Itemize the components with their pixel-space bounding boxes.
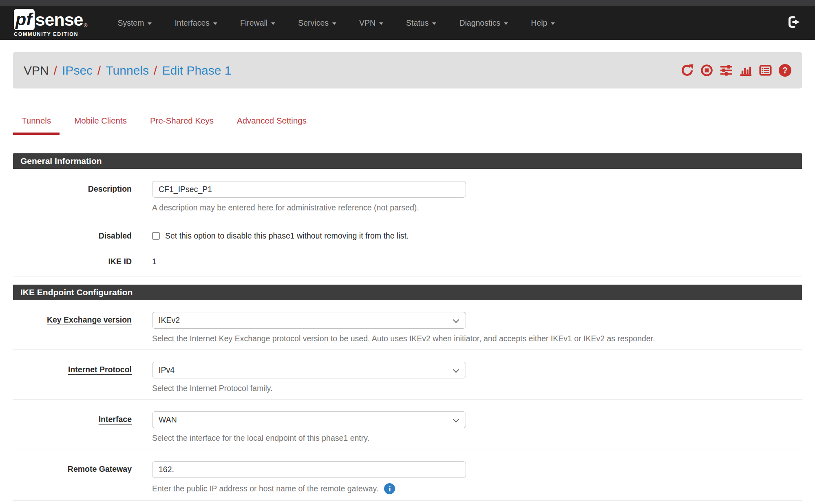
section-ike-endpoint-configuration: IKE Endpoint Configuration Key Exchange …: [13, 285, 802, 501]
sign-out-icon: [788, 16, 801, 30]
breadcrumb-edit-phase1-link[interactable]: Edit Phase 1: [162, 64, 231, 77]
interface-select[interactable]: WAN: [152, 411, 466, 428]
nav-item-vpn[interactable]: VPN: [348, 18, 395, 28]
breadcrumb: VPN / IPsec / Tunnels / Edit Phase 1: [24, 64, 232, 77]
nav-menu: System Interfaces Firewall Services VPN …: [106, 18, 788, 28]
internet-protocol-help: Select the Internet Protocol family.: [152, 384, 802, 393]
chevron-down-icon: [332, 22, 336, 25]
key-exchange-version-select[interactable]: IKEv2: [152, 312, 466, 329]
disabled-label: Disabled: [13, 231, 152, 241]
tab-bar: Tunnels Mobile Clients Pre-Shared Keys A…: [13, 110, 802, 135]
breadcrumb-separator: /: [54, 64, 57, 77]
pfsense-logo-pf: pf: [14, 9, 35, 30]
remote-gateway-input[interactable]: [152, 461, 466, 478]
refresh-icon[interactable]: [681, 64, 694, 77]
interface-value: WAN: [159, 415, 177, 424]
nav-item-firewall[interactable]: Firewall: [229, 18, 287, 28]
internet-protocol-select[interactable]: IPv4: [152, 362, 466, 378]
nav-item-help[interactable]: Help: [519, 18, 566, 28]
row-interface: Interface WAN Select the interface for t…: [13, 400, 802, 449]
sliders-icon[interactable]: [720, 64, 733, 77]
chevron-down-icon: [148, 22, 152, 25]
row-key-exchange-version: Key Exchange version IKEv2 Select the In…: [13, 300, 802, 350]
description-help: A description may be entered here for ad…: [152, 203, 802, 212]
interface-label: Interface: [99, 415, 132, 424]
breadcrumb-separator: /: [97, 64, 101, 77]
nav-item-services[interactable]: Services: [287, 18, 348, 28]
main-content: General Information Description A descri…: [13, 153, 802, 501]
row-internet-protocol: Internet Protocol IPv4 Select the Intern…: [13, 350, 802, 400]
description-label: Description: [13, 181, 152, 212]
tab-pre-shared-keys[interactable]: Pre-Shared Keys: [141, 110, 222, 135]
ike-id-value: 1: [152, 257, 157, 266]
key-exchange-version-label: Key Exchange version: [47, 315, 132, 324]
tab-advanced-settings[interactable]: Advanced Settings: [228, 110, 315, 135]
disabled-checkbox[interactable]: [152, 232, 160, 240]
breadcrumb-ipsec-link[interactable]: IPsec: [62, 64, 93, 77]
chevron-down-icon: [379, 22, 383, 25]
pfsense-logo-subtitle: COMMUNITY EDITION: [14, 31, 87, 37]
section-general-information: General Information Description A descri…: [13, 153, 802, 276]
row-ike-id: IKE ID 1: [13, 247, 802, 276]
nav-item-diagnostics[interactable]: Diagnostics: [448, 18, 519, 28]
window-top-strip: [0, 0, 815, 6]
description-input[interactable]: [152, 181, 466, 198]
chevron-down-icon: [432, 22, 436, 25]
chevron-down-icon: [271, 22, 275, 25]
pfsense-logo[interactable]: pf sense ® COMMUNITY EDITION: [14, 9, 87, 37]
breadcrumb-tunnels-link[interactable]: Tunnels: [106, 64, 149, 77]
ike-id-label: IKE ID: [13, 257, 152, 266]
breadcrumb-bar: VPN / IPsec / Tunnels / Edit Phase 1: [13, 52, 802, 88]
interface-help: Select the interface for the local endpo…: [152, 433, 802, 443]
bar-chart-icon[interactable]: [740, 64, 752, 77]
chevron-down-icon: [213, 22, 217, 25]
internet-protocol-value: IPv4: [159, 365, 174, 375]
chevron-down-icon: [551, 22, 555, 25]
chevron-down-icon: [453, 416, 459, 423]
chevron-down-icon: [504, 22, 508, 25]
chevron-down-icon: [453, 367, 459, 373]
key-exchange-version-value: IKEv2: [159, 316, 180, 325]
stop-icon[interactable]: [700, 64, 713, 77]
disabled-checkbox-text: Set this option to disable this phase1 w…: [165, 231, 409, 241]
tab-tunnels[interactable]: Tunnels: [13, 110, 60, 135]
remote-gateway-label: Remote Gateway: [68, 464, 132, 473]
row-remote-gateway: Remote Gateway Enter the public IP addre…: [13, 449, 802, 501]
internet-protocol-label: Internet Protocol: [68, 365, 132, 374]
key-exchange-version-help: Select the Internet Key Exchange protoco…: [152, 334, 802, 343]
list-icon[interactable]: [759, 64, 772, 77]
pfsense-logo-sense: sense: [35, 9, 83, 30]
pfsense-logo-trademark: ®: [84, 23, 88, 29]
nav-item-interfaces[interactable]: Interfaces: [163, 18, 229, 28]
chevron-down-icon: [453, 317, 459, 323]
row-disabled: Disabled Set this option to disable this…: [13, 225, 802, 247]
nav-item-system[interactable]: System: [106, 18, 163, 28]
section-title: General Information: [13, 153, 802, 169]
pfsense-logo-row: pf sense ®: [14, 9, 87, 30]
section-title: IKE Endpoint Configuration: [13, 285, 802, 300]
help-icon[interactable]: ?: [779, 64, 791, 77]
page-action-icons: ?: [681, 64, 791, 77]
row-description: Description A description may be entered…: [13, 169, 802, 225]
sign-out-button[interactable]: [788, 16, 801, 30]
nav-item-status[interactable]: Status: [395, 18, 448, 28]
info-icon[interactable]: i: [384, 483, 395, 494]
main-navbar: pf sense ® COMMUNITY EDITION System Inte…: [0, 6, 815, 40]
breadcrumb-vpn: VPN: [24, 64, 49, 77]
remote-gateway-help: Enter the public IP address or host name…: [152, 484, 378, 493]
breadcrumb-separator: /: [154, 64, 157, 77]
tab-mobile-clients[interactable]: Mobile Clients: [66, 110, 135, 135]
